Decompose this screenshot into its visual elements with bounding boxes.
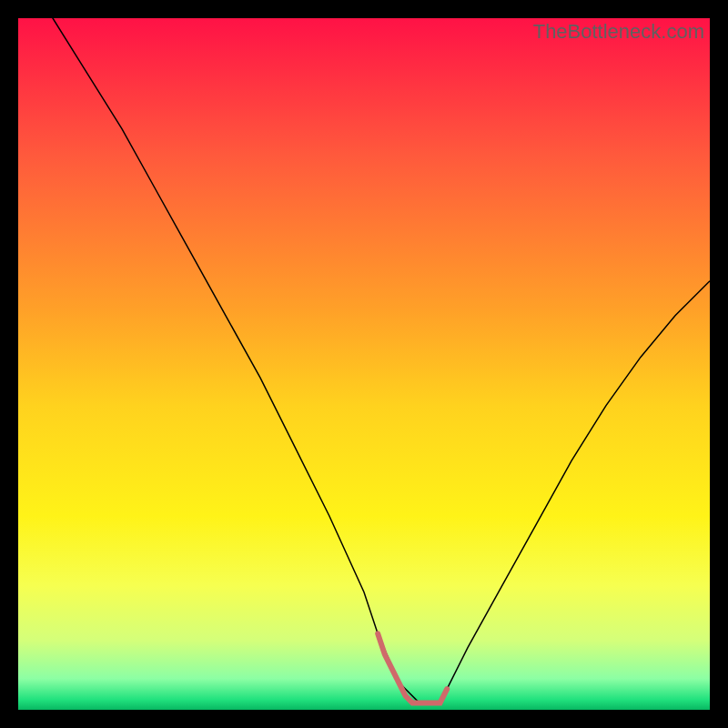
plot-area: TheBottleneck.com bbox=[18, 18, 710, 710]
chart-svg bbox=[18, 18, 710, 710]
watermark-text: TheBottleneck.com bbox=[533, 20, 704, 44]
chart-container: TheBottleneck.com bbox=[0, 0, 728, 728]
chart-background bbox=[18, 18, 710, 710]
